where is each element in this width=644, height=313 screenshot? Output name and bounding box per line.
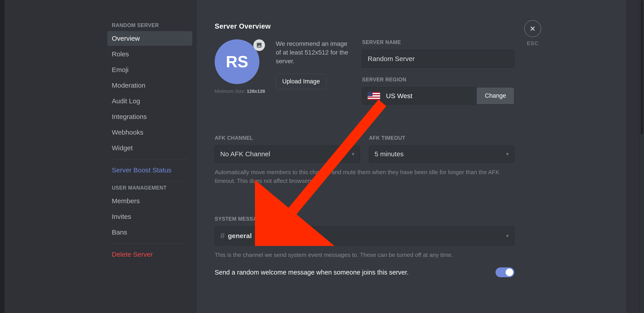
afk-timeout-select[interactable]: 5 minutes ▾ <box>369 146 514 162</box>
system-channel-name: general <box>228 232 252 240</box>
sidebar-item-webhooks[interactable]: Webhooks <box>107 125 192 140</box>
sidebar-item-widget[interactable]: Widget <box>107 141 192 156</box>
server-avatar: RS <box>215 39 260 84</box>
afk-channel-label: AFK Channel <box>215 135 360 141</box>
server-name-input[interactable] <box>362 50 514 68</box>
upload-image-icon <box>253 39 265 51</box>
system-channel-category: TEXT CHANNELS <box>257 233 305 239</box>
afk-timeout-value: 5 minutes <box>374 150 404 158</box>
sidebar-item-integrations[interactable]: Integrations <box>107 109 192 124</box>
scrollbar[interactable] <box>640 0 644 313</box>
sidebar-divider <box>112 181 188 181</box>
afk-timeout-label: AFK Timeout <box>369 135 514 141</box>
sidebar-item-invites[interactable]: Invites <box>107 209 192 224</box>
sidebar-item-overview[interactable]: Overview <box>107 31 192 46</box>
chevron-down-icon: ▾ <box>506 151 509 157</box>
sidebar-item-bans[interactable]: Bans <box>107 225 192 240</box>
sidebar-divider <box>112 243 188 244</box>
system-messages-channel-select[interactable]: # general TEXT CHANNELS ▾ <box>215 226 514 245</box>
settings-sidebar: Random Server Overview Roles Emoji Moder… <box>4 0 197 313</box>
sidebar-user-mgmt-header: User Management <box>107 185 192 194</box>
chevron-down-icon: ▾ <box>506 233 509 239</box>
sidebar-item-moderation[interactable]: Moderation <box>107 78 192 93</box>
system-messages-hint: This is the channel we send system event… <box>215 250 514 259</box>
us-flag-icon <box>368 92 380 100</box>
right-gutter <box>626 0 640 313</box>
server-name-label: Server Name <box>362 39 514 46</box>
sidebar-item-server-boost[interactable]: Server Boost Status <box>107 163 192 178</box>
server-list-gutter <box>0 0 4 313</box>
upload-image-button[interactable]: Upload Image <box>276 74 326 89</box>
server-avatar-initials: RS <box>226 52 248 71</box>
welcome-message-toggle-label: Send a random welcome message when someo… <box>215 269 408 276</box>
sidebar-item-members[interactable]: Members <box>107 194 192 208</box>
esc-label: ESC <box>527 40 538 46</box>
close-icon <box>529 25 536 32</box>
change-region-button[interactable]: Change <box>477 88 514 104</box>
chevron-down-icon: ▾ <box>352 151 354 157</box>
content-area: Server Overview RS Minimum Size: 128x128… <box>197 0 626 313</box>
system-messages-label: System Messages Channel <box>215 216 514 222</box>
scrollbar-thumb[interactable] <box>641 0 643 134</box>
afk-hint-text: Automatically move members to this chann… <box>215 168 514 185</box>
close-button[interactable] <box>524 20 541 37</box>
upload-recommend-text: We recommend an image of at least 512x51… <box>276 39 350 66</box>
minimum-size-text: Minimum Size: 128x128 <box>215 88 265 94</box>
sidebar-server-name-header: Random Server <box>107 22 192 31</box>
server-region-value: US West <box>386 92 412 100</box>
server-avatar-uploader[interactable]: RS <box>215 39 265 84</box>
section-divider <box>215 203 514 204</box>
section-divider <box>215 122 514 122</box>
afk-channel-select[interactable]: No AFK Channel ▾ <box>215 146 360 162</box>
hash-icon: # <box>220 231 225 240</box>
sidebar-item-roles[interactable]: Roles <box>107 47 192 62</box>
sidebar-item-delete-server[interactable]: Delete Server <box>107 247 192 262</box>
afk-channel-value: No AFK Channel <box>220 150 270 158</box>
server-region-row: US West Change <box>362 87 514 104</box>
sidebar-item-audit-log[interactable]: Audit Log <box>107 94 192 108</box>
server-region-label: Server Region <box>362 77 514 83</box>
sidebar-item-emoji[interactable]: Emoji <box>107 62 192 77</box>
sidebar-divider <box>112 159 188 159</box>
page-title: Server Overview <box>215 22 514 30</box>
welcome-message-toggle[interactable] <box>496 268 514 277</box>
